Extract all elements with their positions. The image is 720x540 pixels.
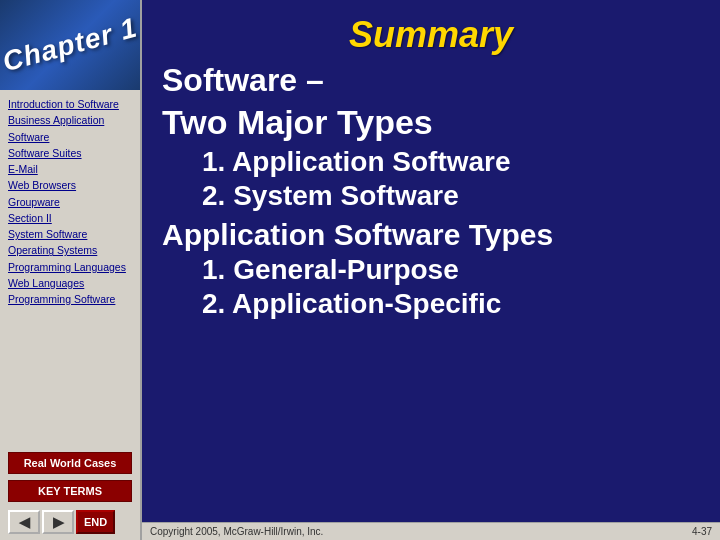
general-purpose-item: 1. General-Purpose [162, 254, 700, 286]
back-button[interactable]: ◀ [8, 510, 40, 534]
application-software-types-heading: Application Software Types [162, 218, 700, 252]
sidebar-item-system-software[interactable]: System Software [8, 226, 132, 242]
summary-title: Summary [162, 14, 700, 56]
nav-controls: ◀ ▶ END [0, 506, 140, 540]
sidebar-item-section-ii[interactable]: Section II [8, 210, 132, 226]
application-specific-item: 2. Application-Specific [162, 288, 700, 320]
main-content: Summary Software – Two Major Types 1. Ap… [140, 0, 720, 540]
real-world-cases-button[interactable]: Real World Cases [8, 452, 132, 474]
page-number: 4-37 [692, 526, 712, 537]
back-arrow-icon: ◀ [19, 515, 30, 529]
sidebar: Chapter 1 Introduction to Software Busin… [0, 0, 140, 540]
sidebar-item-web-browsers[interactable]: Web Browsers [8, 177, 132, 193]
software-heading: Software – [162, 62, 700, 99]
sidebar-item-groupware[interactable]: Groupware [8, 194, 132, 210]
sidebar-item-software-suites[interactable]: Software Suites [8, 145, 132, 161]
chapter-label: Chapter 1 [0, 12, 140, 79]
sidebar-item-programming-languages[interactable]: Programming Languages [8, 259, 132, 275]
content-area: Summary Software – Two Major Types 1. Ap… [142, 0, 720, 522]
sidebar-item-intro-to-software[interactable]: Introduction to Software [8, 96, 132, 112]
sidebar-item-operating-systems[interactable]: Operating Systems [8, 242, 132, 258]
next-button[interactable]: ▶ [42, 510, 74, 534]
footer: Copyright 2005, McGraw-Hill/Irwin, Inc. … [142, 522, 720, 540]
application-software-item: 1. Application Software [162, 146, 700, 178]
sidebar-item-web-languages[interactable]: Web Languages [8, 275, 132, 291]
sidebar-item-email[interactable]: E-Mail [8, 161, 132, 177]
sidebar-item-business-application-software[interactable]: Business Application Software [8, 112, 132, 145]
end-button[interactable]: END [76, 510, 115, 534]
system-software-item: 2. System Software [162, 180, 700, 212]
two-major-types-heading: Two Major Types [162, 103, 700, 142]
copyright-text: Copyright 2005, McGraw-Hill/Irwin, Inc. [150, 526, 323, 537]
sidebar-item-programming-software[interactable]: Programming Software [8, 291, 132, 307]
nav-links: Introduction to Software Business Applic… [0, 90, 140, 448]
key-terms-button[interactable]: KEY TERMS [8, 480, 132, 502]
next-arrow-icon: ▶ [53, 515, 64, 529]
chapter-banner: Chapter 1 [0, 0, 140, 90]
